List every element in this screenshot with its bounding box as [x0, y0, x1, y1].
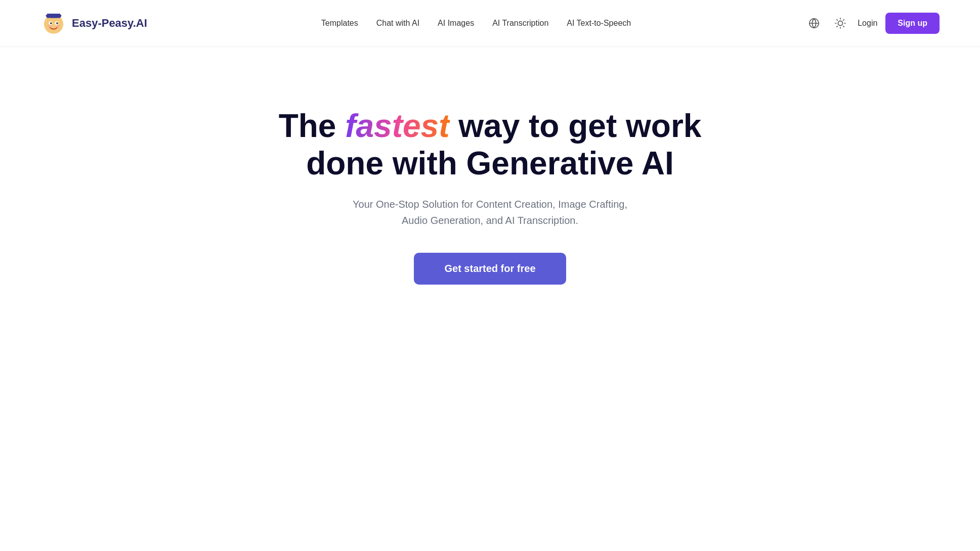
svg-line-15	[843, 26, 844, 27]
svg-point-11	[838, 21, 843, 25]
logo-text: Easy-Peasy.AI	[72, 17, 147, 30]
svg-point-6	[56, 22, 58, 24]
nav-link-ai-transcription[interactable]: AI Transcription	[492, 19, 548, 28]
svg-point-7	[48, 25, 51, 28]
svg-point-8	[56, 25, 60, 28]
login-button[interactable]: Login	[858, 19, 877, 28]
nav-link-ai-text-to-speech[interactable]: AI Text-to-Speech	[567, 19, 631, 28]
nav-link-ai-images[interactable]: AI Images	[438, 19, 474, 28]
svg-line-18	[837, 26, 837, 27]
svg-line-14	[837, 20, 837, 20]
globe-icon	[808, 18, 820, 29]
hero-subtitle: Your One-Stop Solution for Content Creat…	[349, 196, 632, 228]
sun-icon	[835, 18, 846, 29]
hero-section: The fastest way to get work done with Ge…	[0, 47, 980, 325]
globe-icon-button[interactable]	[805, 14, 823, 32]
svg-rect-2	[47, 14, 61, 18]
hero-title-prefix: The	[279, 108, 346, 144]
logo-icon	[40, 10, 67, 36]
hero-title: The fastest way to get work done with Ge…	[263, 108, 718, 182]
signup-button[interactable]: Sign up	[885, 13, 940, 34]
navbar: Easy-Peasy.AI Templates Chat with AI AI …	[0, 0, 980, 47]
nav-link-chat-with-ai[interactable]: Chat with AI	[376, 19, 419, 28]
hero-title-highlighted: fastest	[345, 108, 449, 144]
nav-links: Templates Chat with AI AI Images AI Tran…	[321, 19, 631, 28]
logo[interactable]: Easy-Peasy.AI	[40, 10, 147, 36]
theme-toggle-button[interactable]	[831, 14, 849, 32]
nav-actions: Login Sign up	[805, 13, 940, 34]
svg-point-5	[50, 22, 52, 24]
cta-button[interactable]: Get started for free	[414, 253, 566, 285]
svg-line-19	[843, 20, 844, 20]
nav-link-templates[interactable]: Templates	[321, 19, 358, 28]
